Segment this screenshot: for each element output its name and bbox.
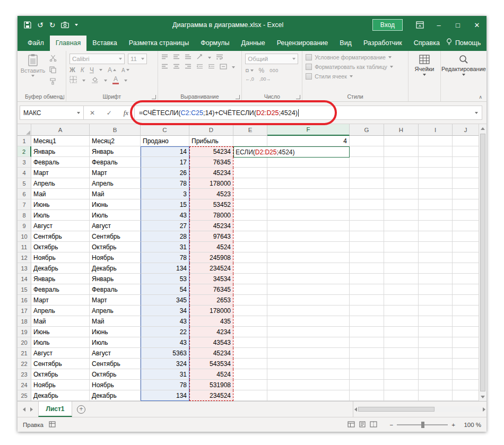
cell-F10[interactable]	[267, 231, 350, 242]
cell-H10[interactable]	[384, 231, 419, 242]
cell-A25[interactable]: Декабрь	[31, 390, 90, 401]
row-header-23[interactable]: 23	[18, 369, 31, 380]
cell-C17[interactable]: 34	[141, 306, 189, 316]
orientation-options-icon[interactable]	[208, 57, 211, 59]
cell-D5[interactable]: 178000	[189, 178, 233, 189]
cell-A15[interactable]: Февраль	[31, 284, 90, 295]
row-header-11[interactable]: 11	[18, 242, 31, 252]
cell-B11[interactable]: Октябрь	[90, 242, 141, 252]
cell-D9[interactable]: 45234	[189, 221, 233, 231]
font-name-select[interactable]: Calibri	[69, 54, 125, 64]
column-header-E[interactable]: E	[233, 124, 267, 136]
cell-J10[interactable]	[453, 231, 479, 242]
cell-J6[interactable]	[453, 189, 479, 199]
italic-button[interactable]: К	[81, 66, 84, 74]
cell-A13[interactable]: Декабрь	[31, 263, 90, 274]
cell-I2[interactable]	[419, 146, 453, 157]
cell-H14[interactable]	[384, 274, 419, 284]
cell-H22[interactable]	[384, 359, 419, 369]
column-header-I[interactable]: I	[419, 124, 453, 136]
cell-H20[interactable]	[384, 337, 419, 348]
cell-B22[interactable]: Сентябрь	[90, 359, 141, 369]
cell-D10[interactable]: 97643	[189, 231, 233, 242]
dialog-launcher-icon[interactable]	[236, 95, 240, 99]
cell-A8[interactable]: Июль	[31, 210, 90, 221]
cell-A18[interactable]: Май	[31, 316, 90, 327]
increase-decimal-button[interactable]: ←,0	[245, 76, 254, 82]
font-size-select[interactable]: 11	[128, 54, 147, 64]
grow-font-button[interactable]: А	[108, 66, 116, 74]
cell-A10[interactable]: Сентябрь	[31, 231, 90, 242]
cell-D7[interactable]: 53452	[189, 199, 233, 210]
dialog-launcher-icon[interactable]	[60, 95, 64, 99]
horizontal-scrollbar[interactable]	[353, 402, 486, 417]
cell-H21[interactable]	[384, 348, 419, 359]
cell-G19[interactable]	[350, 327, 384, 337]
cell-G1[interactable]	[350, 136, 384, 146]
fill-color-icon[interactable]	[91, 76, 99, 85]
cell-F11[interactable]	[267, 242, 350, 252]
cell-H18[interactable]	[384, 316, 419, 327]
cell-I23[interactable]	[419, 369, 453, 380]
cell-A2[interactable]: Январь	[31, 146, 90, 157]
cell-H8[interactable]	[384, 210, 419, 221]
cell-D17[interactable]: 178000	[189, 306, 233, 316]
cell-E18[interactable]	[233, 316, 267, 327]
cell-F25[interactable]	[267, 390, 350, 401]
share-item[interactable]: Поделиться	[489, 39, 504, 47]
cell-J1[interactable]	[453, 136, 479, 146]
cell-C19[interactable]: 22	[141, 327, 189, 337]
cell-I21[interactable]	[419, 348, 453, 359]
cell-G3[interactable]	[350, 157, 384, 168]
row-header-15[interactable]: 15	[18, 284, 31, 295]
cell-C2[interactable]: 14	[141, 146, 189, 157]
dialog-launcher-icon[interactable]	[152, 95, 156, 99]
cell-J21[interactable]	[453, 348, 479, 359]
row-header-7[interactable]: 7	[18, 199, 31, 210]
cell-H23[interactable]	[384, 369, 419, 380]
column-header-F[interactable]: F	[267, 124, 350, 136]
row-header-16[interactable]: 16	[18, 295, 31, 306]
cell-C12[interactable]: 78	[141, 252, 189, 263]
next-sheet-icon[interactable]	[30, 407, 33, 412]
cell-C23[interactable]: 31	[141, 369, 189, 380]
cell-B7[interactable]: Июнь	[90, 199, 141, 210]
cell-H24[interactable]	[384, 380, 419, 390]
ribbon-tab-Данные[interactable]: Данные	[236, 36, 271, 51]
cell-I15[interactable]	[419, 284, 453, 295]
cell-A3[interactable]: Февраль	[31, 157, 90, 168]
undo-icon[interactable]: ↺	[37, 21, 44, 29]
cell-E24[interactable]	[233, 380, 267, 390]
row-header-20[interactable]: 20	[18, 337, 31, 348]
cell-B12[interactable]: Ноябрь	[90, 252, 141, 263]
row-header-3[interactable]: 3	[18, 157, 31, 168]
row-header-17[interactable]: 17	[18, 306, 31, 316]
cell-B8[interactable]: Июль	[90, 210, 141, 221]
cell-A20[interactable]: Июль	[31, 337, 90, 348]
cell-D20[interactable]: 43543	[189, 337, 233, 348]
cell-I17[interactable]	[419, 306, 453, 316]
cell-A23[interactable]: Октябрь	[31, 369, 90, 380]
cell-B14[interactable]: Январь	[90, 274, 141, 284]
cell-B19[interactable]: Июнь	[90, 327, 141, 337]
cell-E14[interactable]	[233, 274, 267, 284]
cell-E12[interactable]	[233, 252, 267, 263]
column-header-B[interactable]: B	[90, 124, 141, 136]
merge-options-icon[interactable]	[232, 66, 235, 68]
cell-E23[interactable]	[233, 369, 267, 380]
cell-C6[interactable]: 3	[141, 189, 189, 199]
cell-C7[interactable]: 15	[141, 199, 189, 210]
cell-H15[interactable]	[384, 284, 419, 295]
cell-E10[interactable]	[233, 231, 267, 242]
decrease-indent-icon[interactable]	[196, 64, 203, 71]
cell-A16[interactable]: Март	[31, 295, 90, 306]
cell-A4[interactable]: Март	[31, 168, 90, 178]
cell-A22[interactable]: Сентябрь	[31, 359, 90, 369]
copy-icon[interactable]	[49, 66, 57, 75]
cell-J3[interactable]	[453, 157, 479, 168]
cell-A17[interactable]: Апрель	[31, 306, 90, 316]
row-header-25[interactable]: 25	[18, 390, 31, 401]
cell-E13[interactable]	[233, 263, 267, 274]
close-button[interactable]: ✕	[467, 16, 486, 34]
cell-C25[interactable]: 134	[141, 390, 189, 401]
